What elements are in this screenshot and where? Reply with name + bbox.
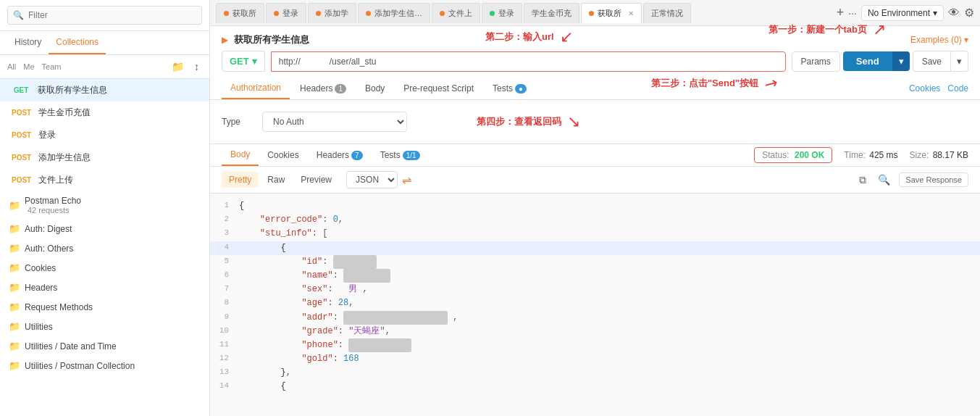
response-tab-tests[interactable]: Tests1/1 [372, 145, 429, 165]
tab-label-3: 添加学 [324, 8, 348, 19]
scope-me[interactable]: Me [23, 62, 34, 71]
req-tab-3[interactable]: 添加学 [308, 3, 356, 23]
title-arrow: ▶ [222, 35, 228, 45]
folder-utilities-date[interactable]: 📁 Utilities / Date and Time [0, 336, 209, 356]
tab-label-7: 学生金币充 [532, 8, 571, 19]
folder-label-6: Request Methods [25, 302, 93, 312]
new-collection-button[interactable]: 📁 [169, 59, 187, 74]
settings-icon-button[interactable]: ⚙ [964, 6, 974, 20]
request-title: 获取所有学生信息 [234, 33, 309, 46]
tab-collections[interactable]: Collections [49, 31, 106, 54]
response-status-bar: Status: 200 OK Time: 425 ms Size: 88.17 … [754, 147, 968, 163]
scope-team[interactable]: Team [42, 62, 62, 71]
folder-label-9: Utilities / Postman Collection [25, 361, 135, 371]
wrap-icon[interactable]: ⇌ [402, 173, 411, 187]
sidebar-item-post-login[interactable]: POST 登录 [0, 124, 209, 146]
copy-icon-button[interactable]: ⧉ [856, 172, 869, 188]
req-section-tab-headers[interactable]: Headers1 [291, 78, 355, 99]
sidebar-item-post-upload[interactable]: POST 文件上传 [0, 169, 209, 191]
folder-icon-3: 📁 [9, 243, 20, 254]
folder-auth-others[interactable]: 📁 Auth: Others [0, 238, 209, 258]
method-badge-post-4: POST [9, 175, 34, 185]
send-button[interactable]: Send [843, 51, 892, 71]
sidebar-search-area: 🔍 [0, 0, 209, 31]
save-arrow-button[interactable]: ▾ [951, 51, 968, 72]
size-value: 88.17 KB [933, 150, 968, 160]
auth-select-wrap: No Auth [262, 112, 407, 132]
add-tab-button[interactable]: + [837, 5, 845, 20]
format-tab-raw[interactable]: Raw [260, 172, 292, 188]
examples-link[interactable]: Examples (0) [910, 35, 962, 45]
folder-headers[interactable]: 📁 Headers [0, 278, 209, 297]
folder-label-2: Auth: Digest [25, 224, 72, 234]
req-tab-5[interactable]: 文件上 [432, 3, 480, 23]
search-input[interactable] [7, 6, 202, 25]
sidebar-list: GET 获取所有学生信息 POST 学生金币充值 POST 登录 POST 添加… [0, 79, 209, 416]
scope-all[interactable]: All [7, 62, 16, 71]
auth-row: Type No Auth 第四步：查看返回码 ↘ [222, 112, 968, 132]
status-value: 200 OK [795, 150, 824, 160]
req-tab-1[interactable]: 获取所 [216, 3, 264, 23]
req-tab-4[interactable]: 添加学生信… [358, 3, 430, 23]
tab-dot-1 [224, 11, 229, 16]
send-arrow-button[interactable]: ▾ [892, 51, 910, 71]
sort-button[interactable]: ↕ [191, 59, 202, 74]
req-section-tab-body[interactable]: Body [356, 78, 393, 99]
tab-label-8: 获取所 [598, 8, 621, 19]
tests-badge: ● [515, 84, 527, 93]
folder-request-methods[interactable]: 📁 Request Methods [0, 297, 209, 317]
folder-label-8: Utilities / Date and Time [25, 341, 117, 351]
search-response-button[interactable]: 🔍 [875, 172, 893, 187]
req-tab-2[interactable]: 登录 [266, 3, 306, 23]
url-input[interactable] [271, 51, 786, 72]
format-type-select[interactable]: JSON [346, 171, 398, 188]
tab-close-button[interactable]: ✕ [628, 9, 634, 17]
method-select[interactable]: GET ▾ [222, 51, 265, 72]
save-response-button[interactable]: Save Response [899, 172, 968, 187]
format-tab-preview[interactable]: Preview [293, 172, 339, 188]
env-selector[interactable]: No Environment ▾ [861, 5, 944, 21]
code-line-6: 6 "name": [210, 269, 980, 283]
response-tab-headers[interactable]: Headers7 [308, 145, 372, 165]
folder-cookies[interactable]: 📁 Cookies [0, 258, 209, 278]
code-link[interactable]: Code [947, 83, 968, 93]
folder-utilities[interactable]: 📁 Utilities [0, 317, 209, 336]
folder-postman-echo[interactable]: 📁 Postman Echo 42 requests [0, 191, 209, 219]
headers-badge: 1 [335, 84, 346, 93]
folder-icon-5: 📁 [9, 282, 20, 293]
params-button[interactable]: Params [792, 51, 840, 72]
req-section-tab-tests[interactable]: Tests● [484, 78, 535, 99]
format-actions: ⧉ 🔍 Save Response [856, 172, 968, 188]
req-tab-8[interactable]: 获取所 ✕ [581, 3, 642, 23]
req-tab-7[interactable]: 学生金币充 [524, 3, 579, 23]
folder-sub-1: 42 requests [28, 206, 81, 215]
more-tabs-button[interactable]: ··· [848, 7, 857, 19]
sidebar-item-label-1: 学生金币充值 [38, 107, 91, 119]
folder-utilities-postman[interactable]: 📁 Utilities / Postman Collection [0, 356, 209, 375]
req-section-tab-auth[interactable]: Authorization [222, 78, 290, 99]
req-section-tab-pre-request[interactable]: Pre-request Script [395, 78, 482, 99]
method-badge-get: GET [9, 86, 33, 95]
save-button[interactable]: Save [913, 51, 951, 72]
format-tab-pretty[interactable]: Pretty [222, 172, 259, 188]
tab-history[interactable]: History [7, 31, 49, 54]
eye-icon-button[interactable]: 👁 [948, 7, 960, 20]
sidebar-item-post-gold[interactable]: POST 学生金币充值 [0, 101, 209, 124]
sidebar-tab-bar: History Collections [0, 31, 209, 55]
req-tab-6[interactable]: 登录 [482, 3, 522, 23]
req-tab-9[interactable]: 正常情况 [643, 3, 691, 23]
cookies-link[interactable]: Cookies [909, 83, 940, 93]
code-line-13: 13 }, [210, 366, 980, 380]
sidebar-item-get-all-students[interactable]: GET 获取所有学生信息 [0, 79, 209, 101]
response-tab-cookies[interactable]: Cookies [259, 145, 307, 165]
folder-label-7: Utilities [25, 322, 53, 332]
sidebar-item-post-add-student[interactable]: POST 添加学生信息 [0, 146, 209, 169]
time-label: Time: [844, 150, 866, 160]
auth-select[interactable]: No Auth [262, 112, 407, 132]
folder-auth-digest[interactable]: 📁 Auth: Digest [0, 219, 209, 238]
code-line-2: 2 "error_code": 0, [210, 213, 980, 227]
folder-label-1: Postman Echo [25, 196, 81, 206]
tab-dot-8 [589, 11, 594, 16]
request-tab-bar: 获取所 登录 添加学 添加学生信… 文件上 [210, 0, 980, 26]
response-tab-body[interactable]: Body [222, 144, 259, 166]
